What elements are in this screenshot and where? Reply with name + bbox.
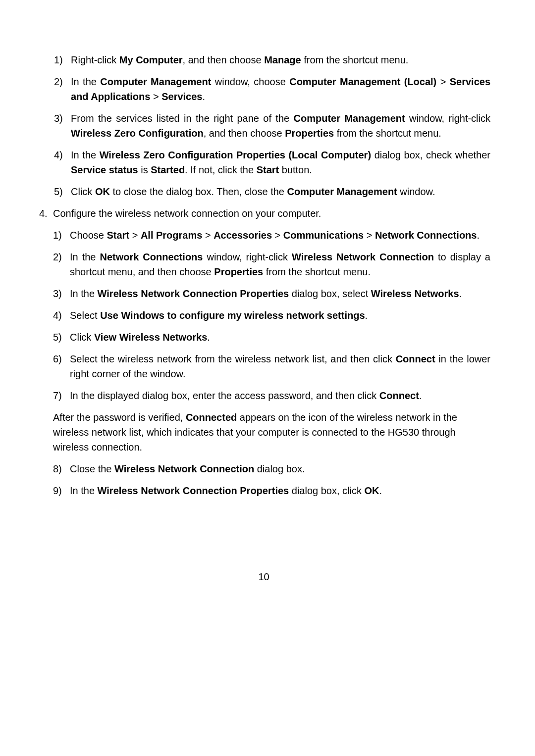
step-text: Click OK to close the dialog box. Then, … [71,184,490,199]
marker: 4. [37,206,53,505]
list-item: 4. Configure the wireless network connec… [37,206,490,505]
step-text: From the services listed in the right pa… [71,111,490,141]
step-text: Right-click My Computer, and then choose… [71,52,490,67]
step4-text: Configure the wireless network connectio… [53,206,490,221]
marker: 1) [53,228,70,243]
list-item: 1) Right-click My Computer, and then cho… [54,52,490,67]
list-item: 6) Select the wireless network from the … [53,352,490,381]
step4-substeps: 1) Choose Start > All Programs > Accesso… [53,228,490,403]
marker: 2) [54,74,71,104]
marker: 1) [54,52,71,67]
step-text: Click View Wireless Networks. [70,330,490,345]
step-text: Select the wireless network from the wir… [70,352,490,381]
list-item: 3) In the Wireless Network Connection Pr… [53,286,490,301]
marker: 3) [53,286,70,301]
page-number: 10 [37,569,490,584]
list-item: 1) Choose Start > All Programs > Accesso… [53,228,490,243]
marker: 2) [53,250,70,279]
step-text: In the Network Connections window, right… [70,250,490,279]
list-item: 5) Click OK to close the dialog box. The… [54,184,490,199]
step-text: Choose Start > All Programs > Accessorie… [70,228,490,243]
marker: 6) [53,352,70,381]
list-item: 4) In the Wireless Zero Configuration Pr… [54,148,490,177]
list-item: 7) In the displayed dialog box, enter th… [53,388,490,403]
step-text: Close the Wireless Network Connection di… [70,461,490,476]
marker: 5) [53,330,70,345]
main-steps: 4. Configure the wireless network connec… [37,206,490,505]
marker: 9) [53,483,70,498]
list-item: 2) In the Computer Management window, ch… [54,74,490,104]
marker: 4) [54,148,71,177]
list-item: 8) Close the Wireless Network Connection… [53,461,490,476]
list-item: 5) Click View Wireless Networks. [53,330,490,345]
marker: 5) [54,184,71,199]
step-text: In the Wireless Zero Configuration Prope… [71,148,490,177]
step-text: In the Wireless Network Connection Prope… [70,483,490,498]
step4-substeps-cont: 8) Close the Wireless Network Connection… [53,461,490,498]
step-text: Select Use Windows to configure my wirel… [70,308,490,323]
step-text: In the Computer Management window, choos… [71,74,490,104]
step-text: In the Wireless Network Connection Prope… [70,286,490,301]
result-paragraph: After the password is verified, Connecte… [53,410,490,454]
list-item: 4) Select Use Windows to configure my wi… [53,308,490,323]
step-text: In the displayed dialog box, enter the a… [70,388,490,403]
marker: 3) [54,111,71,141]
marker: 4) [53,308,70,323]
step3-substeps: 1) Right-click My Computer, and then cho… [37,52,490,199]
marker: 8) [53,461,70,476]
step4-content: Configure the wireless network connectio… [53,206,490,505]
list-item: 3) From the services listed in the right… [54,111,490,141]
list-item: 2) In the Network Connections window, ri… [53,250,490,279]
marker: 7) [53,388,70,403]
list-item: 9) In the Wireless Network Connection Pr… [53,483,490,498]
